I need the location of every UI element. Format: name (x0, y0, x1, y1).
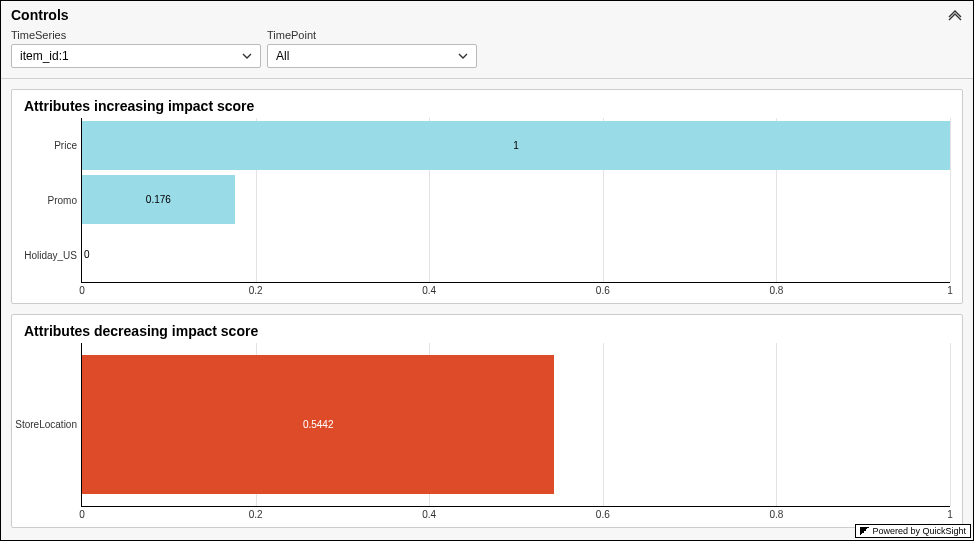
bar-storelocation[interactable]: 0.5442 (82, 355, 554, 494)
y-axis-labels: Price Promo Holiday_US (24, 118, 82, 283)
x-tick: 0.4 (422, 509, 436, 520)
chart-decreasing-title: Attributes decreasing impact score (24, 323, 950, 339)
control-timeseries-label: TimeSeries (11, 29, 261, 41)
bar-value-label: 0.5442 (303, 419, 334, 430)
dashboard-frame: Controls TimeSeries item_id:1 TimePoint … (0, 0, 974, 541)
content-area: Attributes increasing impact score Price… (1, 79, 973, 538)
bar-value-label: 0.176 (146, 194, 171, 205)
select-timepoint[interactable]: All (267, 44, 477, 68)
bar-row: 0 (82, 230, 950, 279)
y-axis-labels: StoreLocation (24, 343, 82, 508)
powered-by-badge[interactable]: Powered by QuickSight (855, 524, 971, 538)
x-tick: 1 (947, 285, 953, 296)
quicksight-icon (860, 527, 869, 536)
select-timeseries-value: item_id:1 (20, 49, 69, 63)
x-tick: 0 (79, 509, 85, 520)
chart-decreasing-card: Attributes decreasing impact score Store… (11, 314, 963, 529)
y-label: StoreLocation (15, 419, 77, 430)
controls-row: TimeSeries item_id:1 TimePoint All (1, 29, 973, 68)
chart-increasing: Price Promo Holiday_US 1 (24, 118, 950, 299)
plot-wrap: StoreLocation 0.5442 (24, 343, 950, 508)
bar-value-label: 0 (84, 249, 90, 260)
bar-row: 1 (82, 121, 950, 170)
x-tick: 0.8 (769, 285, 783, 296)
x-axis: 0 0.2 0.4 0.6 0.8 1 (82, 283, 950, 299)
x-tick: 0.8 (769, 509, 783, 520)
x-tick: 0 (79, 285, 85, 296)
chevron-down-icon (242, 53, 252, 59)
plot-wrap: Price Promo Holiday_US 1 (24, 118, 950, 283)
plot-area: 0.5442 (82, 343, 950, 508)
chart-increasing-title: Attributes increasing impact score (24, 98, 950, 114)
bar-price[interactable]: 1 (82, 121, 950, 170)
x-tick: 0.4 (422, 285, 436, 296)
control-timepoint: TimePoint All (267, 29, 477, 68)
select-timepoint-value: All (276, 49, 289, 63)
x-tick: 0.2 (249, 285, 263, 296)
chart-increasing-card: Attributes increasing impact score Price… (11, 89, 963, 304)
select-timeseries[interactable]: item_id:1 (11, 44, 261, 68)
chart-decreasing: StoreLocation 0.5442 (24, 343, 950, 524)
bar-row: 0.5442 (82, 355, 950, 494)
bar-value-label: 1 (513, 140, 519, 151)
bars: 0.5442 (82, 343, 950, 507)
bar-row: 0.176 (82, 175, 950, 224)
y-label: Holiday_US (24, 250, 77, 261)
y-label: Price (54, 140, 77, 151)
controls-header: Controls (1, 3, 973, 29)
x-tick: 0.6 (596, 509, 610, 520)
plot-area: 1 0.176 0 (82, 118, 950, 283)
chevron-down-icon (458, 53, 468, 59)
x-tick: 0.6 (596, 285, 610, 296)
powered-by-text: Powered by QuickSight (872, 526, 966, 536)
collapse-icon[interactable] (947, 9, 963, 21)
bar-promo[interactable]: 0.176 (82, 175, 235, 224)
control-timeseries: TimeSeries item_id:1 (11, 29, 261, 68)
controls-title: Controls (11, 7, 69, 23)
y-label: Promo (48, 195, 77, 206)
bars: 1 0.176 0 (82, 118, 950, 282)
x-tick: 0.2 (249, 509, 263, 520)
controls-panel: Controls TimeSeries item_id:1 TimePoint … (1, 1, 973, 79)
x-tick: 1 (947, 509, 953, 520)
x-axis: 0 0.2 0.4 0.6 0.8 1 (82, 507, 950, 523)
control-timepoint-label: TimePoint (267, 29, 477, 41)
